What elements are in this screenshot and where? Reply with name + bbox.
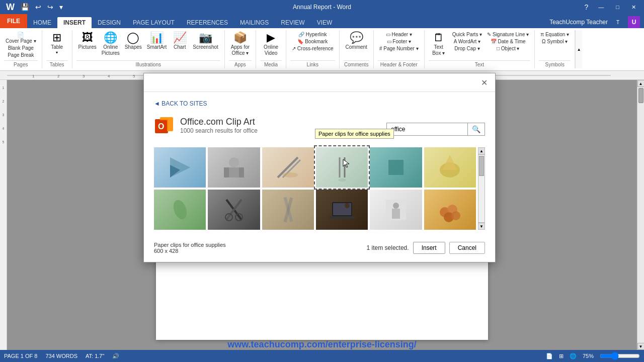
- drop-cap-button[interactable]: Drop Cap ▾: [451, 45, 484, 52]
- cancel-button[interactable]: Cancel: [449, 242, 485, 254]
- date-time-button[interactable]: 📅 Date & Time: [486, 38, 530, 45]
- undo-icon[interactable]: ↩: [33, 2, 43, 12]
- apps-icon: 📦: [233, 32, 247, 43]
- title-bar-left: W 💾 ↩ ↪ ▾: [4, 1, 65, 14]
- tab-insert[interactable]: INSERT: [57, 17, 92, 28]
- zoom-level: 75%: [583, 353, 594, 359]
- text-box-button[interactable]: 🗒 TextBox ▾: [429, 31, 449, 57]
- equation-button[interactable]: π Equation ▾: [539, 31, 571, 38]
- comment-button[interactable]: 💬 Comment: [344, 31, 369, 51]
- scroll-thumb[interactable]: [638, 88, 643, 103]
- svg-text:5: 5: [133, 74, 135, 78]
- maximize-button[interactable]: □: [612, 3, 623, 11]
- images-scroll-thumb[interactable]: [479, 156, 484, 176]
- quick-parts-button[interactable]: Quick Parts ▾: [451, 31, 484, 38]
- table-button[interactable]: ⊞ Table ▾: [47, 31, 67, 56]
- tab-home[interactable]: HOME: [27, 17, 57, 28]
- view-normal-icon[interactable]: 📄: [546, 353, 553, 359]
- image-cell[interactable]: [424, 190, 476, 230]
- footer-info: Paper clips for office supplies 600 x 42…: [154, 242, 226, 254]
- images-scrollbar[interactable]: ▲ ▼: [478, 147, 485, 230]
- view-layout-icon[interactable]: ⊞: [559, 353, 564, 359]
- images-scroll-up[interactable]: ▲: [478, 147, 485, 154]
- search-bar: 🔍: [386, 123, 485, 136]
- online-video-button[interactable]: ▶ OnlineVideo: [261, 31, 281, 57]
- image-cell[interactable]: [154, 190, 206, 230]
- image-cell[interactable]: [262, 147, 314, 188]
- tab-view[interactable]: VIEW: [311, 17, 339, 28]
- insert-button[interactable]: Insert: [413, 242, 445, 254]
- tab-design[interactable]: DESIGN: [92, 17, 127, 28]
- vertical-scrollbar[interactable]: ▲ ▼: [637, 80, 644, 350]
- shapes-button[interactable]: ◯ Shapes: [123, 31, 144, 51]
- apps-for-office-button[interactable]: 📦 Apps forOffice ▾: [229, 31, 252, 57]
- header-button[interactable]: ▭ Header ▾: [378, 31, 420, 38]
- chart-button[interactable]: 📈 Chart: [170, 31, 190, 51]
- scroll-track[interactable]: [637, 87, 644, 343]
- smartart-button[interactable]: 📊 SmartArt: [145, 31, 169, 51]
- links-group: 🔗 Hyperlink 🔖 Bookmark ↗ Cross-reference…: [286, 30, 339, 68]
- image-cell[interactable]: [370, 190, 422, 230]
- clip-art-title-area: Office.com Clip Art 1000 search results …: [180, 117, 258, 134]
- wordart-button[interactable]: A WordArt ▾: [451, 38, 484, 45]
- image-cell[interactable]: [262, 190, 314, 230]
- word-logo: W: [4, 1, 17, 14]
- image-cell[interactable]: [316, 190, 368, 230]
- image-cell[interactable]: [424, 147, 476, 188]
- tab-page-layout[interactable]: PAGE LAYOUT: [127, 17, 181, 28]
- tab-references[interactable]: REFERENCES: [181, 17, 234, 28]
- svg-point-30: [225, 214, 232, 221]
- signature-line-button[interactable]: ✎ Signature Line ▾: [486, 31, 530, 38]
- search-button[interactable]: 🔍: [467, 123, 485, 135]
- footer-button[interactable]: ▭ Footer ▾: [378, 38, 420, 45]
- help-icon[interactable]: ?: [583, 2, 591, 12]
- blank-page-button[interactable]: Blank Page: [4, 45, 38, 51]
- text-box-icon: 🗒: [433, 32, 444, 43]
- screenshot-button[interactable]: 📷 Screenshot: [191, 31, 220, 51]
- scroll-down-button[interactable]: ▼: [637, 343, 645, 350]
- bookmark-button[interactable]: 🔖 Bookmark: [290, 38, 335, 45]
- pictures-button[interactable]: 🖼 Pictures: [76, 31, 99, 51]
- svg-text:1: 1: [32, 74, 35, 78]
- tab-file[interactable]: FILE: [0, 14, 27, 28]
- ribbon-collapse-button[interactable]: ▲: [575, 30, 582, 68]
- cover-page-button[interactable]: 📄 Cover Page ▾: [4, 31, 38, 44]
- image-cell[interactable]: [370, 147, 422, 188]
- redo-icon[interactable]: ↪: [45, 2, 55, 12]
- close-button[interactable]: ✕: [627, 3, 640, 12]
- cross-reference-button[interactable]: ↗ Cross-reference: [290, 45, 335, 52]
- object-button[interactable]: □ Object ▾: [486, 45, 530, 52]
- dialog-title-bar: ✕: [144, 73, 495, 92]
- view-web-icon[interactable]: 🌐: [570, 353, 577, 359]
- online-video-icon: ▶: [267, 32, 275, 43]
- search-input[interactable]: [387, 124, 467, 135]
- symbol-button[interactable]: Ω Symbol ▾: [539, 38, 571, 45]
- tab-mailings[interactable]: MAILINGS: [234, 17, 275, 28]
- pages-group: 📄 Cover Page ▾ Blank Page Page Break Pag…: [0, 30, 42, 68]
- svg-point-37: [345, 203, 350, 208]
- image-cell[interactable]: [208, 190, 260, 230]
- images-area: ▲ ▼: [154, 147, 485, 230]
- page-number-button[interactable]: # Page Number ▾: [378, 45, 420, 52]
- svg-rect-36: [330, 216, 355, 219]
- back-to-sites-link[interactable]: ◄ BACK TO SITES: [154, 100, 485, 107]
- tab-review[interactable]: REVIEW: [275, 17, 310, 28]
- dialog-close-button[interactable]: ✕: [479, 77, 489, 87]
- zoom-slider[interactable]: [600, 352, 640, 360]
- images-scroll-track[interactable]: [478, 154, 485, 223]
- svg-rect-17: [229, 167, 239, 177]
- online-pictures-button[interactable]: 🌐 OnlinePictures: [100, 31, 122, 57]
- scroll-up-button[interactable]: ▲: [637, 80, 645, 87]
- tables-group: ⊞ Table ▾ Tables: [42, 30, 72, 68]
- image-cell[interactable]: [208, 147, 260, 188]
- images-scroll-down[interactable]: ▼: [478, 223, 485, 230]
- page-break-button[interactable]: Page Break: [4, 52, 38, 58]
- save-icon[interactable]: 💾: [19, 2, 31, 12]
- minimize-button[interactable]: —: [594, 3, 608, 11]
- illustrations-label: Illustrations: [76, 60, 220, 67]
- selected-image-cell[interactable]: [316, 147, 368, 188]
- customize-icon[interactable]: ▾: [57, 2, 65, 12]
- image-cell[interactable]: [154, 147, 206, 188]
- hyperlink-button[interactable]: 🔗 Hyperlink: [290, 31, 335, 38]
- screenshot-icon: 📷: [199, 32, 212, 43]
